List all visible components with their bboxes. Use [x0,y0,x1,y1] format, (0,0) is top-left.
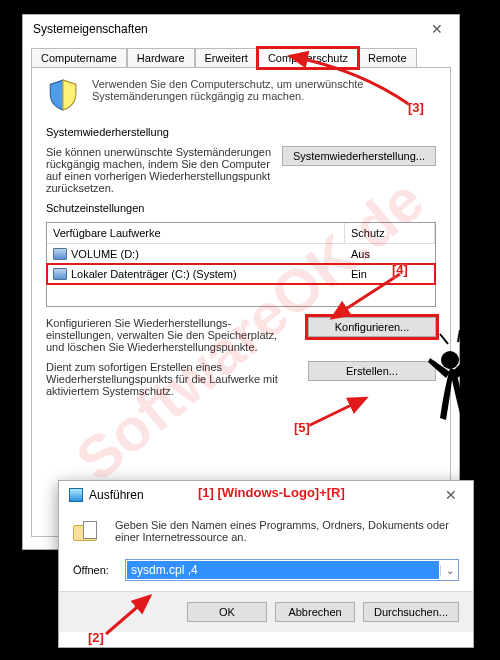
system-restore-button[interactable]: Systemwiederherstellung... [282,146,436,166]
open-input[interactable] [127,561,439,579]
drive-name: VOLUME (D:) [71,248,139,260]
system-properties-window: Systemeigenschaften ✕ Computername Hardw… [22,14,460,550]
close-icon[interactable]: ✕ [425,21,449,37]
shield-icon [46,78,80,112]
window-title: Systemeigenschaften [33,22,148,36]
drive-status: Aus [345,244,435,264]
drive-status: Ein [345,264,435,284]
configure-text: Konfigurieren Sie Wiederherstellungs-ein… [46,317,296,353]
tab-remote[interactable]: Remote [358,48,417,68]
tab-hardware[interactable]: Hardware [127,48,195,68]
configure-button[interactable]: Konfigurieren... [308,317,436,337]
restore-text: Sie können unerwünschte Systemänderungen… [46,146,272,194]
col-protection: Schutz [345,223,435,243]
col-drives: Verfügbare Laufwerke [47,223,345,243]
run-icon [69,488,83,502]
tab-advanced[interactable]: Erweitert [195,48,258,68]
table-row[interactable]: Lokaler Datenträger (C:) (System) Ein [47,264,435,284]
group-restore-label: Systemwiederherstellung [46,126,175,138]
table-row[interactable]: VOLUME (D:) Aus [47,244,435,264]
create-text: Dient zum sofortigen Erstellen eines Wie… [46,361,296,397]
tab-body: Verwenden Sie den Computerschutz, um une… [31,67,451,537]
chevron-down-icon[interactable]: ⌄ [440,565,458,576]
svg-line-4 [470,336,478,346]
open-label: Öffnen: [73,564,117,576]
svg-line-5 [480,350,490,356]
ok-button[interactable]: OK [187,602,267,622]
tab-systemprotection[interactable]: Computerschutz [258,48,358,68]
tab-computername[interactable]: Computername [31,48,127,68]
titlebar: Ausführen ✕ [59,481,473,509]
browse-button[interactable]: Durchsuchen... [363,602,459,622]
open-combobox[interactable]: ⌄ [125,559,459,581]
window-title: Ausführen [89,488,144,502]
drive-name: Lokaler Datenträger (C:) (System) [71,268,237,280]
create-button[interactable]: Erstellen... [308,361,436,381]
run-program-icon [73,519,103,545]
titlebar: Systemeigenschaften ✕ [23,15,459,43]
intro-text: Verwenden Sie den Computerschutz, um une… [92,78,436,112]
run-dialog: Ausführen ✕ Geben Sie den Namen eines Pr… [58,480,474,648]
close-icon[interactable]: ✕ [439,487,463,503]
svg-point-1 [468,366,484,382]
tabstrip: Computername Hardware Erweitert Computer… [23,43,459,67]
drive-icon [53,268,67,280]
group-settings-label: Schutzeinstellungen [46,202,150,214]
drive-icon [53,248,67,260]
cancel-button[interactable]: Abbrechen [275,602,355,622]
run-desc: Geben Sie den Namen eines Programms, Ord… [115,519,459,543]
drives-table: Verfügbare Laufwerke Schutz VOLUME (D:) … [46,222,436,307]
